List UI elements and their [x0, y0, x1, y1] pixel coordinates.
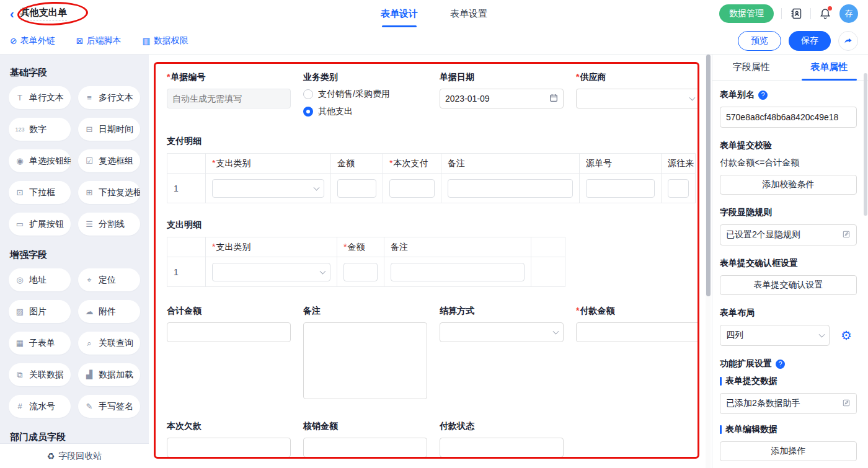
doc-no-input[interactable] [167, 89, 291, 108]
expense-type-select[interactable] [212, 179, 324, 198]
radio-other-expense[interactable]: 其他支出 [303, 106, 427, 117]
field-pay-status[interactable]: 付款状态 [440, 421, 564, 457]
scrollbar-thumb[interactable] [706, 55, 711, 296]
source-doc-input[interactable] [586, 179, 655, 198]
remark-input[interactable] [391, 263, 525, 281]
radio-pay-sales[interactable]: 支付销售/采购费用 [303, 89, 427, 100]
data-permission-item[interactable]: ▥ 数据权限 [142, 35, 188, 46]
field-pay-amount[interactable]: *付款金额 [576, 306, 698, 401]
form-alias-input[interactable] [720, 107, 857, 128]
settle-method-select[interactable] [440, 322, 564, 342]
total-amount-input[interactable] [167, 322, 291, 342]
field-serial-number[interactable]: #流水号 [9, 395, 71, 418]
field-datetime[interactable]: ⊟日期时间 [78, 118, 140, 141]
data-manage-button[interactable]: 数据管理 [719, 4, 774, 23]
amount-input[interactable] [343, 263, 378, 281]
notification-bell-icon[interactable] [818, 7, 832, 20]
field-multi-dropdown[interactable]: ⊞下拉复选框 [78, 181, 140, 204]
expense-type-select[interactable] [212, 263, 330, 281]
add-check-condition-button[interactable]: 添加校验条件 [720, 175, 857, 195]
save-button[interactable]: 保存 [789, 31, 831, 51]
pay-detail-title: 支付明细 [167, 136, 686, 147]
back-icon[interactable]: ‹ [10, 7, 14, 20]
field-number[interactable]: 123数字 [9, 118, 71, 141]
layout-select[interactable] [720, 325, 830, 346]
supplier-select[interactable] [576, 89, 698, 108]
question-icon[interactable]: ? [776, 360, 785, 369]
field-radio-group[interactable]: ◉单选按钮组 [9, 149, 71, 172]
col-remark: 备注 [384, 237, 531, 257]
field-cur-debt[interactable]: 本次欠款 [167, 421, 291, 457]
preview-button[interactable]: 预览 [738, 31, 781, 51]
submit-confirm-setting-button[interactable]: 表单提交确认设置 [720, 275, 857, 295]
col-this-payment: *本次支付 [383, 154, 441, 174]
field-address[interactable]: ◎地址 [9, 268, 71, 291]
field-recycle-bin[interactable]: ♻ 字段回收站 [0, 443, 149, 468]
writeoff-amount-input[interactable] [303, 438, 427, 457]
tab-form-properties[interactable]: 表单属性 [790, 55, 868, 80]
multi-dropdown-icon: ⊞ [84, 188, 94, 197]
field-single-line-text[interactable]: T单行文本 [9, 86, 71, 109]
number-icon: 123 [15, 126, 25, 133]
edit-icon[interactable] [842, 230, 851, 241]
gear-icon[interactable]: ⚙ [836, 325, 857, 346]
contacts-book-icon[interactable] [789, 7, 803, 20]
tab-form-settings[interactable]: 表单设置 [450, 0, 487, 27]
this-payment-input[interactable] [389, 179, 435, 198]
remark-input[interactable] [448, 179, 573, 198]
divider-icon: ☰ [84, 219, 94, 229]
remark-textarea[interactable] [303, 322, 427, 399]
field-data-load[interactable]: ▟数据加载 [78, 363, 140, 386]
field-biz-type[interactable]: 业务类别 支付销售/采购费用 其他支出 [303, 72, 427, 123]
doc-date-input[interactable] [440, 89, 564, 108]
notification-dot [828, 6, 832, 11]
field-image[interactable]: ▨图片 [9, 300, 71, 323]
field-supplier[interactable]: *供应商 [576, 72, 698, 123]
field-linked-query[interactable]: ⌕关联查询 [78, 332, 140, 355]
field-total-amount[interactable]: 合计金额 [167, 306, 291, 401]
field-doc-date[interactable]: 单据日期 [440, 72, 564, 123]
field-writeoff-amount[interactable]: 核销金额 [303, 421, 427, 457]
tab-form-design[interactable]: 表单设计 [381, 0, 418, 27]
field-settle-method[interactable]: 结算方式 [440, 306, 564, 401]
source-partner-input[interactable] [668, 179, 689, 198]
visibility-rules-section: 字段显隐规则 已设置2个显隐规则 [720, 207, 857, 245]
field-extend-button[interactable]: ▭扩展按钮 [9, 213, 71, 236]
share-button[interactable] [838, 31, 858, 51]
radio-unchecked-icon [303, 89, 313, 99]
avatar[interactable]: 存 [839, 4, 858, 23]
field-attachment[interactable]: ☁附件 [78, 300, 140, 323]
button-icon: ▭ [15, 219, 25, 229]
extension-section: 功能扩展设置? 表单提交数据 已添加2条数据助手 表单编辑数据 添加操作 表单删… [720, 358, 857, 468]
cur-debt-input[interactable] [167, 438, 291, 457]
col-expense-type: *支出类别 [206, 154, 331, 174]
field-dropdown[interactable]: ⊡下拉框 [9, 181, 71, 204]
submit-check-section: 表单提交校验 付款金额<=合计金额 添加校验条件 [720, 140, 857, 195]
canvas-scrollbar[interactable] [706, 55, 711, 468]
field-doc-no[interactable]: *单据编号 [167, 72, 291, 123]
props-scrollbar-thumb[interactable] [864, 73, 867, 216]
amount-input[interactable] [337, 179, 376, 198]
col-expense-type: *支出类别 [206, 237, 337, 257]
add-edit-action-button[interactable]: 添加操作 [720, 441, 857, 461]
field-remark[interactable]: 备注 [303, 306, 427, 401]
backend-script-item[interactable]: ⊠ 后端脚本 [76, 35, 122, 46]
pay-amount-input[interactable] [576, 322, 698, 342]
field-checkbox-group[interactable]: ☑复选框组 [78, 149, 140, 172]
pay-status-input[interactable] [440, 438, 564, 457]
script-icon: ⊠ [76, 36, 84, 46]
submit-data-box[interactable]: 已添加2条数据助手 [720, 393, 857, 414]
external-link-item[interactable]: ⊘ 表单外链 [10, 35, 55, 46]
visibility-rules-box[interactable]: 已设置2个显隐规则 [720, 224, 857, 245]
field-location[interactable]: ⌖定位 [78, 268, 140, 291]
link-icon: ⊘ [10, 36, 17, 46]
field-subform[interactable]: ▦子表单 [9, 332, 71, 355]
edit-icon[interactable] [842, 399, 851, 409]
field-linked-data[interactable]: ⧉关联数据 [9, 363, 71, 386]
tab-field-properties[interactable]: 字段属性 [712, 55, 790, 80]
field-divider[interactable]: ☰分割线 [78, 213, 140, 236]
form-title[interactable]: 其他支出单 [20, 7, 67, 20]
field-multi-line-text[interactable]: ≡多行文本 [78, 86, 140, 109]
question-icon[interactable]: ? [758, 91, 768, 100]
field-signature[interactable]: ✎手写签名 [78, 395, 140, 418]
